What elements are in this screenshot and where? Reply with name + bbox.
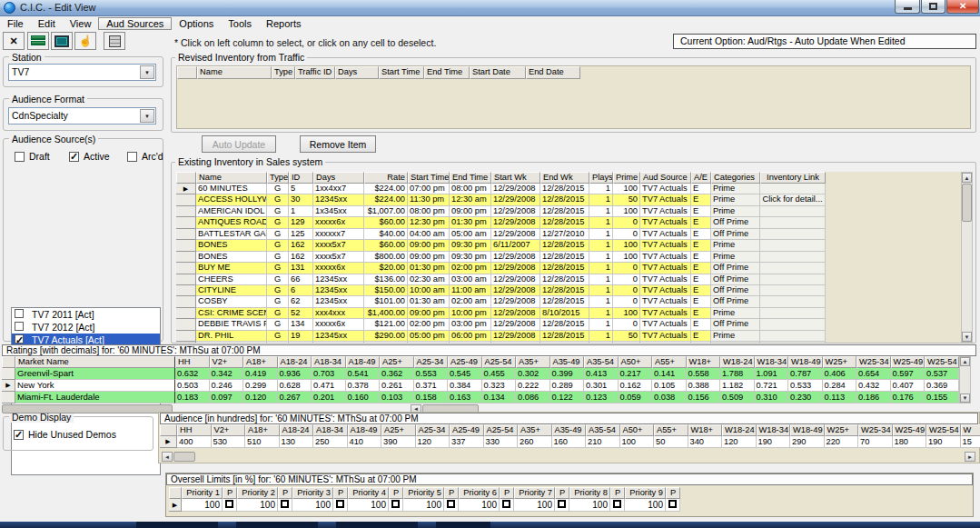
audience-cell[interactable]: 220 bbox=[825, 436, 859, 448]
audience-cell[interactable]: 120 bbox=[416, 436, 450, 448]
inventory-cell[interactable] bbox=[760, 331, 826, 342]
inventory-cell[interactable]: 03:00 am bbox=[450, 274, 491, 285]
inventory-cell[interactable]: TV7 Actuals bbox=[640, 184, 691, 194]
inventory-cell[interactable]: TV7 Actuals bbox=[640, 240, 691, 251]
column-header[interactable]: Prime bbox=[613, 172, 640, 184]
column-header[interactable]: A50+ bbox=[619, 356, 653, 368]
inventory-cell[interactable]: E bbox=[691, 217, 711, 228]
audience-format-combobox[interactable]: CdnSpecialty ▼ bbox=[8, 107, 156, 125]
inventory-cell[interactable]: 100 bbox=[613, 184, 640, 194]
inventory-cell[interactable]: G bbox=[267, 229, 289, 240]
inventory-cell[interactable]: E bbox=[691, 252, 711, 263]
column-header[interactable]: A25-49 bbox=[448, 356, 482, 368]
inventory-cell[interactable]: 02:30 am bbox=[408, 274, 450, 285]
column-header[interactable]: V2+ bbox=[212, 424, 246, 436]
chevron-down-icon[interactable]: ▼ bbox=[140, 65, 154, 79]
audience-cell[interactable]: 100 bbox=[620, 436, 655, 448]
inventory-cell[interactable]: 60 MINUTES bbox=[196, 184, 267, 194]
audience-cell[interactable]: 130 bbox=[280, 436, 314, 448]
ratings-cell[interactable]: 0.787 bbox=[788, 368, 823, 380]
column-header[interactable]: P bbox=[389, 487, 403, 499]
ratings-cell[interactable]: 0.323 bbox=[482, 380, 517, 392]
inventory-cell[interactable]: Prime bbox=[711, 308, 760, 319]
priority-checkbox[interactable] bbox=[447, 500, 455, 508]
ratings-cell[interactable]: 0.113 bbox=[823, 392, 857, 403]
ratings-cell[interactable]: 0.038 bbox=[652, 392, 687, 403]
row-selector[interactable] bbox=[176, 342, 196, 343]
row-selector[interactable]: ▶ bbox=[176, 184, 196, 194]
ratings-cell[interactable]: 0.123 bbox=[584, 392, 619, 403]
priority-checkbox[interactable] bbox=[558, 500, 566, 508]
inventory-cell[interactable]: BATTLESTAR GAL bbox=[196, 229, 267, 240]
inventory-cell[interactable]: 12345xx bbox=[313, 194, 364, 205]
inventory-cell[interactable]: xxx4xxx bbox=[313, 308, 364, 319]
inventory-cell[interactable]: Prime bbox=[711, 331, 760, 342]
inventory-cell[interactable]: TV7 Actuals bbox=[640, 263, 691, 274]
audience-cell[interactable]: 250 bbox=[313, 436, 348, 448]
minimize-button[interactable] bbox=[895, 0, 920, 14]
ratings-cell[interactable]: 0.632 bbox=[175, 368, 210, 380]
market-name-cell[interactable]: Miami-Ft. Lauderdale bbox=[15, 392, 175, 403]
inventory-cell[interactable]: 1 bbox=[589, 217, 613, 228]
maximize-button[interactable] bbox=[921, 0, 945, 14]
column-header[interactable]: Priority 6 bbox=[459, 487, 500, 499]
inventory-cell[interactable]: 1 bbox=[589, 252, 613, 263]
inventory-cell[interactable]: 12/29/2008 bbox=[491, 206, 540, 217]
inventory-cell[interactable]: 1xx4xx7 bbox=[313, 184, 364, 194]
column-header[interactable]: W25+ bbox=[823, 356, 857, 368]
row-selector[interactable] bbox=[176, 285, 196, 296]
inventory-cell[interactable]: G bbox=[267, 308, 289, 319]
ratings-cell[interactable]: 0.654 bbox=[856, 368, 891, 380]
inventory-cell[interactable]: $40.00 bbox=[364, 229, 408, 240]
inventory-cell[interactable]: E bbox=[691, 319, 711, 330]
inventory-cell[interactable]: Prime bbox=[711, 184, 760, 194]
ratings-cell[interactable]: 0.162 bbox=[619, 380, 653, 392]
inventory-cell[interactable]: xxxxxx7 bbox=[313, 229, 364, 240]
inventory-cell[interactable]: TV7 Actuals bbox=[640, 296, 691, 307]
column-header[interactable]: A25-54 bbox=[484, 424, 519, 436]
ratings-cell[interactable]: 0.120 bbox=[243, 392, 278, 403]
inventory-cell[interactable]: E bbox=[691, 331, 711, 342]
inventory-cell[interactable]: G bbox=[267, 274, 289, 285]
ratings-cell[interactable]: 0.059 bbox=[619, 392, 653, 403]
column-header[interactable]: A/E bbox=[691, 172, 711, 184]
inventory-cell[interactable]: 09:00 pm bbox=[408, 252, 450, 263]
audience-cell[interactable]: 530 bbox=[212, 436, 246, 448]
column-header[interactable]: W25+ bbox=[825, 424, 859, 436]
oversell-value-cell[interactable]: 100 bbox=[569, 499, 610, 512]
inventory-cell[interactable]: 03:00 am bbox=[450, 342, 491, 343]
inventory-cell[interactable]: 0 bbox=[613, 342, 640, 343]
inventory-cell[interactable]: 12/27/2010 bbox=[540, 229, 589, 240]
oversell-p-cell[interactable] bbox=[389, 499, 403, 512]
inventory-cell[interactable]: 02:00 pm bbox=[408, 319, 450, 330]
hand-click-button[interactable]: ☝ bbox=[74, 32, 96, 50]
inventory-cell[interactable]: E bbox=[691, 285, 711, 296]
inventory-cell[interactable]: 12/29/2008 bbox=[491, 229, 540, 240]
inventory-cell[interactable]: $20.00 bbox=[364, 263, 408, 274]
column-header[interactable]: Aud Source bbox=[640, 172, 691, 184]
column-header[interactable]: A18-34 bbox=[312, 356, 346, 368]
inventory-cell[interactable]: 02:00 am bbox=[408, 342, 450, 343]
exit-button[interactable]: ✕ bbox=[3, 32, 25, 50]
inventory-cell[interactable]: 100 bbox=[613, 240, 640, 251]
ratings-cell[interactable]: 0.541 bbox=[346, 368, 381, 380]
column-header[interactable]: W25-54 bbox=[926, 424, 961, 436]
ratings-cell[interactable]: 0.936 bbox=[278, 368, 312, 380]
oversell-value-cell[interactable]: 100 bbox=[459, 499, 500, 512]
column-header[interactable]: A35-54 bbox=[584, 356, 619, 368]
inventory-cell[interactable]: G bbox=[267, 331, 289, 342]
audience-cell[interactable]: 290 bbox=[790, 436, 825, 448]
inventory-cell[interactable]: $101.00 bbox=[364, 296, 408, 307]
ratings-cell[interactable]: 0.122 bbox=[550, 392, 585, 403]
column-header[interactable]: P bbox=[444, 487, 459, 499]
inventory-cell[interactable]: $1,400.00 bbox=[364, 308, 408, 319]
inventory-cell[interactable]: Off Prime bbox=[711, 296, 760, 307]
ratings-scrollbar[interactable]: ▲ ▼ bbox=[959, 356, 971, 403]
column-header[interactable]: W18-34 bbox=[757, 424, 791, 436]
inventory-cell[interactable]: G bbox=[267, 217, 289, 228]
inventory-cell[interactable]: 02:00 pm bbox=[450, 263, 491, 274]
inventory-cell[interactable]: 1 bbox=[589, 342, 613, 343]
list-item-checkbox[interactable] bbox=[15, 309, 24, 318]
auto-update-button[interactable]: Auto Update bbox=[202, 135, 276, 153]
inventory-cell[interactable] bbox=[760, 308, 826, 319]
